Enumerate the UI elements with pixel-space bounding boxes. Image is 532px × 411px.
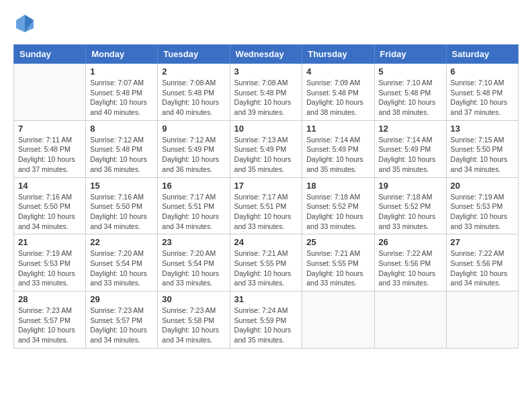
- calendar-cell: 15Sunrise: 7:16 AM Sunset: 5:50 PM Dayli…: [86, 177, 158, 234]
- logo-icon: [15, 13, 35, 34]
- calendar-week-row: 21Sunrise: 7:19 AM Sunset: 5:53 PM Dayli…: [14, 234, 519, 291]
- calendar-cell: 24Sunrise: 7:21 AM Sunset: 5:55 PM Dayli…: [230, 234, 302, 291]
- day-info: Sunrise: 7:17 AM Sunset: 5:51 PM Dayligh…: [234, 192, 298, 232]
- day-info: Sunrise: 7:07 AM Sunset: 5:48 PM Dayligh…: [90, 78, 153, 118]
- day-info: Sunrise: 7:20 AM Sunset: 5:54 PM Dayligh…: [162, 248, 225, 288]
- day-number: 20: [451, 181, 514, 191]
- day-info: Sunrise: 7:21 AM Sunset: 5:55 PM Dayligh…: [306, 248, 369, 288]
- calendar-cell: 23Sunrise: 7:20 AM Sunset: 5:54 PM Dayli…: [158, 234, 230, 291]
- day-number: 9: [162, 124, 225, 134]
- calendar-cell: 28Sunrise: 7:23 AM Sunset: 5:57 PM Dayli…: [14, 291, 86, 349]
- day-number: 21: [18, 237, 81, 247]
- calendar-cell: 19Sunrise: 7:18 AM Sunset: 5:52 PM Dayli…: [374, 177, 446, 234]
- calendar-cell: 14Sunrise: 7:16 AM Sunset: 5:50 PM Dayli…: [14, 177, 86, 234]
- day-number: 28: [18, 294, 81, 304]
- calendar-cell: 31Sunrise: 7:24 AM Sunset: 5:59 PM Dayli…: [230, 291, 302, 349]
- day-number: 7: [18, 124, 81, 134]
- calendar-cell: 9Sunrise: 7:12 AM Sunset: 5:49 PM Daylig…: [158, 120, 230, 177]
- page-header: [13, 13, 519, 38]
- day-number: 10: [234, 124, 298, 134]
- day-number: 13: [451, 124, 514, 134]
- calendar-cell: 10Sunrise: 7:13 AM Sunset: 5:49 PM Dayli…: [230, 120, 302, 177]
- weekday-header-thursday: Thursday: [302, 45, 374, 64]
- day-number: 14: [18, 181, 81, 191]
- day-number: 27: [451, 237, 514, 247]
- calendar-cell: [14, 64, 86, 121]
- day-info: Sunrise: 7:09 AM Sunset: 5:48 PM Dayligh…: [306, 78, 369, 118]
- day-info: Sunrise: 7:18 AM Sunset: 5:52 PM Dayligh…: [379, 192, 442, 232]
- day-info: Sunrise: 7:15 AM Sunset: 5:50 PM Dayligh…: [451, 135, 514, 175]
- calendar-cell: [446, 291, 518, 349]
- day-number: 26: [379, 237, 442, 247]
- day-info: Sunrise: 7:14 AM Sunset: 5:49 PM Dayligh…: [379, 135, 442, 175]
- calendar-cell: [374, 291, 446, 349]
- day-info: Sunrise: 7:08 AM Sunset: 5:48 PM Dayligh…: [162, 78, 225, 118]
- day-number: 22: [90, 237, 153, 247]
- day-number: 30: [162, 294, 225, 304]
- weekday-header-friday: Friday: [374, 45, 446, 64]
- day-info: Sunrise: 7:10 AM Sunset: 5:48 PM Dayligh…: [379, 78, 442, 118]
- calendar-week-row: 14Sunrise: 7:16 AM Sunset: 5:50 PM Dayli…: [14, 177, 519, 234]
- calendar-cell: 12Sunrise: 7:14 AM Sunset: 5:49 PM Dayli…: [374, 120, 446, 177]
- calendar-cell: 27Sunrise: 7:22 AM Sunset: 5:56 PM Dayli…: [446, 234, 518, 291]
- day-number: 24: [234, 237, 298, 247]
- day-info: Sunrise: 7:24 AM Sunset: 5:59 PM Dayligh…: [234, 306, 298, 345]
- day-number: 2: [162, 66, 225, 77]
- day-number: 25: [306, 237, 369, 247]
- day-number: 5: [379, 66, 442, 77]
- calendar-cell: 16Sunrise: 7:17 AM Sunset: 5:51 PM Dayli…: [158, 177, 230, 234]
- calendar-cell: 25Sunrise: 7:21 AM Sunset: 5:55 PM Dayli…: [302, 234, 374, 291]
- day-number: 8: [90, 124, 153, 134]
- calendar-cell: 7Sunrise: 7:11 AM Sunset: 5:48 PM Daylig…: [14, 120, 86, 177]
- day-info: Sunrise: 7:17 AM Sunset: 5:51 PM Dayligh…: [162, 192, 225, 232]
- calendar-week-row: 7Sunrise: 7:11 AM Sunset: 5:48 PM Daylig…: [14, 120, 519, 177]
- day-info: Sunrise: 7:23 AM Sunset: 5:57 PM Dayligh…: [18, 306, 81, 345]
- calendar-cell: 11Sunrise: 7:14 AM Sunset: 5:49 PM Dayli…: [302, 120, 374, 177]
- day-number: 23: [162, 237, 225, 247]
- day-info: Sunrise: 7:13 AM Sunset: 5:49 PM Dayligh…: [234, 135, 298, 175]
- day-info: Sunrise: 7:19 AM Sunset: 5:53 PM Dayligh…: [18, 248, 81, 288]
- calendar-cell: 26Sunrise: 7:22 AM Sunset: 5:56 PM Dayli…: [374, 234, 446, 291]
- day-number: 31: [234, 294, 298, 304]
- day-info: Sunrise: 7:23 AM Sunset: 5:57 PM Dayligh…: [90, 306, 153, 345]
- calendar-cell: [302, 291, 374, 349]
- day-number: 15: [90, 181, 153, 191]
- day-info: Sunrise: 7:16 AM Sunset: 5:50 PM Dayligh…: [18, 192, 81, 232]
- calendar-cell: 5Sunrise: 7:10 AM Sunset: 5:48 PM Daylig…: [374, 64, 446, 121]
- day-number: 16: [162, 181, 225, 191]
- calendar-week-row: 1Sunrise: 7:07 AM Sunset: 5:48 PM Daylig…: [14, 64, 519, 121]
- day-info: Sunrise: 7:20 AM Sunset: 5:54 PM Dayligh…: [90, 248, 153, 288]
- weekday-header-row: SundayMondayTuesdayWednesdayThursdayFrid…: [14, 45, 519, 64]
- weekday-header-wednesday: Wednesday: [230, 45, 302, 64]
- day-info: Sunrise: 7:22 AM Sunset: 5:56 PM Dayligh…: [451, 248, 514, 288]
- day-info: Sunrise: 7:12 AM Sunset: 5:48 PM Dayligh…: [90, 135, 153, 175]
- day-info: Sunrise: 7:10 AM Sunset: 5:48 PM Dayligh…: [451, 78, 514, 118]
- day-number: 4: [306, 66, 369, 77]
- day-number: 3: [234, 66, 298, 77]
- calendar-table: SundayMondayTuesdayWednesdayThursdayFrid…: [13, 44, 519, 349]
- day-info: Sunrise: 7:11 AM Sunset: 5:48 PM Dayligh…: [18, 135, 81, 175]
- day-info: Sunrise: 7:23 AM Sunset: 5:58 PM Dayligh…: [162, 306, 225, 345]
- calendar-cell: 17Sunrise: 7:17 AM Sunset: 5:51 PM Dayli…: [230, 177, 302, 234]
- logo: [13, 13, 35, 38]
- calendar-cell: 21Sunrise: 7:19 AM Sunset: 5:53 PM Dayli…: [14, 234, 86, 291]
- day-info: Sunrise: 7:19 AM Sunset: 5:53 PM Dayligh…: [451, 192, 514, 232]
- calendar-cell: 22Sunrise: 7:20 AM Sunset: 5:54 PM Dayli…: [86, 234, 158, 291]
- day-number: 17: [234, 181, 298, 191]
- day-info: Sunrise: 7:16 AM Sunset: 5:50 PM Dayligh…: [90, 192, 153, 232]
- day-number: 11: [306, 124, 369, 134]
- calendar-cell: 13Sunrise: 7:15 AM Sunset: 5:50 PM Dayli…: [446, 120, 518, 177]
- calendar-cell: 4Sunrise: 7:09 AM Sunset: 5:48 PM Daylig…: [302, 64, 374, 121]
- calendar-cell: 30Sunrise: 7:23 AM Sunset: 5:58 PM Dayli…: [158, 291, 230, 349]
- calendar-cell: 1Sunrise: 7:07 AM Sunset: 5:48 PM Daylig…: [86, 64, 158, 121]
- day-info: Sunrise: 7:14 AM Sunset: 5:49 PM Dayligh…: [306, 135, 369, 175]
- day-info: Sunrise: 7:22 AM Sunset: 5:56 PM Dayligh…: [379, 248, 442, 288]
- day-info: Sunrise: 7:08 AM Sunset: 5:48 PM Dayligh…: [234, 78, 298, 118]
- calendar-cell: 2Sunrise: 7:08 AM Sunset: 5:48 PM Daylig…: [158, 64, 230, 121]
- calendar-cell: 6Sunrise: 7:10 AM Sunset: 5:48 PM Daylig…: [446, 64, 518, 121]
- day-number: 6: [451, 66, 514, 77]
- calendar-cell: 29Sunrise: 7:23 AM Sunset: 5:57 PM Dayli…: [86, 291, 158, 349]
- day-number: 1: [90, 66, 153, 77]
- weekday-header-monday: Monday: [86, 45, 158, 64]
- weekday-header-sunday: Sunday: [14, 45, 86, 64]
